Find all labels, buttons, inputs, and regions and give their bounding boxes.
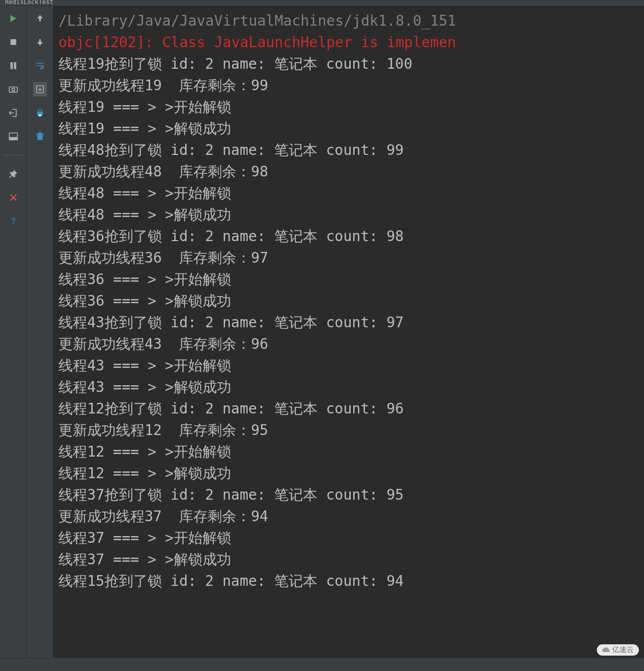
svg-rect-8 bbox=[39, 18, 41, 22]
console-line[interactable]: 线程37抢到了锁 id: 2 name: 笔记本 count: 95 bbox=[58, 484, 644, 506]
run-toolbar-left: ? bbox=[0, 6, 27, 658]
console-line[interactable]: 线程12抢到了锁 id: 2 name: 笔记本 count: 96 bbox=[58, 398, 644, 420]
svg-rect-2 bbox=[14, 62, 16, 69]
soft-wrap-button[interactable] bbox=[33, 58, 47, 73]
svg-rect-9 bbox=[39, 39, 41, 43]
svg-rect-6 bbox=[9, 137, 17, 140]
trash-icon bbox=[35, 132, 45, 141]
clear-all-button[interactable] bbox=[33, 129, 47, 144]
run-button[interactable] bbox=[6, 11, 21, 26]
svg-rect-12 bbox=[38, 109, 42, 112]
console-line[interactable]: 线程48 === > >开始解锁 bbox=[58, 183, 644, 204]
console-line[interactable]: 线程12 === > >解锁成功 bbox=[58, 463, 644, 484]
close-icon bbox=[9, 193, 18, 202]
console-line[interactable]: 线程19 === > >解锁成功 bbox=[58, 118, 644, 140]
down-button[interactable] bbox=[33, 35, 47, 49]
svg-text:?: ? bbox=[11, 217, 15, 226]
cloud-icon bbox=[602, 646, 610, 654]
svg-rect-13 bbox=[38, 114, 42, 116]
console-line[interactable]: 线程12 === > >开始解锁 bbox=[58, 441, 644, 463]
console-line[interactable]: 线程43 === > >解锁成功 bbox=[58, 377, 644, 398]
pause-icon bbox=[9, 61, 18, 70]
camera-icon bbox=[9, 85, 18, 94]
console-line[interactable]: 更新成功线程43 库存剩余：96 bbox=[58, 333, 644, 355]
pause-button[interactable] bbox=[6, 58, 21, 73]
stop-icon bbox=[9, 37, 18, 47]
console-line[interactable]: 线程37 === > >开始解锁 bbox=[58, 527, 644, 549]
up-button[interactable] bbox=[33, 11, 47, 26]
pin-button[interactable] bbox=[6, 167, 21, 181]
arrow-up-icon bbox=[35, 14, 45, 23]
exit-icon bbox=[9, 108, 18, 117]
run-body: ? /Library/Java/J bbox=[0, 6, 644, 658]
console-line[interactable]: 线程19 === > >开始解锁 bbox=[58, 96, 644, 118]
scroll-to-end-button[interactable] bbox=[33, 82, 47, 96]
console-line[interactable]: 更新成功线程19 库存剩余：99 bbox=[58, 75, 644, 96]
scroll-to-end-icon bbox=[35, 85, 45, 94]
console-line[interactable]: 线程48 === > >解锁成功 bbox=[58, 204, 644, 226]
console-line[interactable]: 线程19抢到了锁 id: 2 name: 笔记本 count: 100 bbox=[58, 53, 644, 75]
run-tool-window: RedisLockTest bbox=[0, 0, 644, 671]
console-line[interactable]: 线程36抢到了锁 id: 2 name: 笔记本 count: 98 bbox=[58, 226, 644, 247]
run-icon bbox=[9, 14, 18, 23]
help-button[interactable]: ? bbox=[6, 214, 21, 228]
run-tab-bar: RedisLockTest bbox=[0, 0, 644, 6]
console-line[interactable]: 线程37 === > >解锁成功 bbox=[58, 549, 644, 570]
close-button[interactable] bbox=[6, 190, 21, 205]
help-icon: ? bbox=[9, 216, 18, 226]
console-line[interactable]: 线程43抢到了锁 id: 2 name: 笔记本 count: 97 bbox=[58, 312, 644, 333]
console-output[interactable]: /Library/Java/JavaVirtualMachines/jdk1.8… bbox=[53, 6, 644, 658]
console-line[interactable]: 线程36 === > >开始解锁 bbox=[58, 269, 644, 290]
run-tab-title[interactable]: RedisLockTest bbox=[5, 0, 53, 6]
toolbar-divider bbox=[4, 155, 23, 155]
console-line[interactable]: 更新成功线程37 库存剩余：94 bbox=[58, 506, 644, 527]
svg-point-4 bbox=[12, 88, 15, 91]
dump-threads-button[interactable] bbox=[6, 82, 21, 96]
print-button[interactable] bbox=[33, 106, 47, 120]
run-toolbar-right bbox=[27, 6, 53, 658]
arrow-down-icon bbox=[35, 37, 45, 47]
status-bar bbox=[0, 658, 644, 671]
console-line[interactable]: 更新成功线程48 库存剩余：98 bbox=[58, 161, 644, 183]
watermark-text: 亿速云 bbox=[612, 645, 634, 655]
layout-button[interactable] bbox=[6, 129, 21, 144]
console-line[interactable]: 线程15抢到了锁 id: 2 name: 笔记本 count: 94 bbox=[58, 570, 644, 592]
layout-icon bbox=[9, 132, 18, 141]
svg-rect-1 bbox=[10, 62, 13, 69]
exit-button[interactable] bbox=[6, 106, 21, 120]
console-line[interactable]: 更新成功线程12 库存剩余：95 bbox=[58, 420, 644, 441]
console-line[interactable]: 线程48抢到了锁 id: 2 name: 笔记本 count: 99 bbox=[58, 140, 644, 161]
console-line[interactable]: 更新成功线程36 库存剩余：97 bbox=[58, 247, 644, 269]
svg-rect-0 bbox=[10, 39, 16, 45]
console-line[interactable]: 线程43 === > >开始解锁 bbox=[58, 355, 644, 377]
pin-icon bbox=[9, 169, 18, 179]
print-icon bbox=[35, 108, 45, 117]
console-line[interactable]: /Library/Java/JavaVirtualMachines/jdk1.8… bbox=[58, 10, 644, 32]
soft-wrap-icon bbox=[35, 61, 45, 70]
watermark-badge: 亿速云 bbox=[597, 644, 639, 656]
console-line[interactable]: objc[1202]: Class JavaLaunchHelper is im… bbox=[58, 32, 644, 53]
console-text[interactable]: /Library/Java/JavaVirtualMachines/jdk1.8… bbox=[58, 10, 644, 592]
console-line[interactable]: 线程36 === > >解锁成功 bbox=[58, 290, 644, 312]
stop-button[interactable] bbox=[6, 35, 21, 49]
